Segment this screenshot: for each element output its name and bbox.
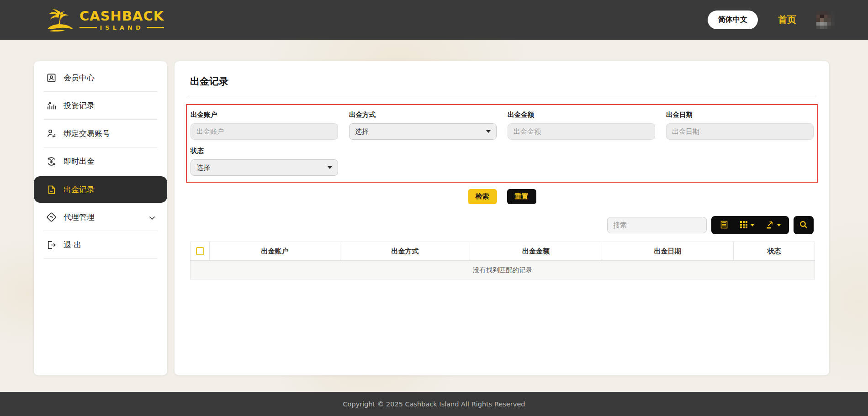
export-button[interactable]	[760, 216, 786, 234]
sidebar-item-investment-records[interactable]: 投资记录	[34, 92, 167, 120]
filter-field-withdraw-method: 出金方式 选择	[349, 111, 497, 140]
column-header[interactable]: 出金账户	[210, 242, 340, 261]
home-link[interactable]: 首页	[778, 14, 796, 26]
logout-icon	[46, 240, 57, 251]
withdraw-record-icon	[46, 184, 57, 195]
main-content: 出金记录 出金账户 出金方式 选择 出金金额 出金日期	[175, 61, 829, 375]
toggle-view-button[interactable]	[714, 216, 734, 234]
filter-field-withdraw-date: 出金日期	[666, 111, 814, 140]
chevron-down-icon	[149, 213, 155, 222]
field-label: 出金日期	[666, 111, 814, 119]
filter-field-withdraw-account: 出金账户	[191, 111, 338, 140]
status-select[interactable]: 选择	[191, 159, 338, 176]
palm-island-icon	[47, 5, 75, 35]
withdraw-account-input[interactable]	[191, 123, 338, 140]
card-view-icon	[720, 220, 729, 231]
caret-down-icon	[486, 130, 491, 133]
sidebar-item-instant-withdrawal[interactable]: 即时出金	[34, 147, 167, 175]
caret-down-icon	[328, 166, 332, 169]
withdraw-date-input[interactable]	[666, 123, 814, 140]
page-title: 出金记录	[175, 61, 829, 88]
member-card-icon	[46, 73, 57, 84]
table-search-button[interactable]	[794, 216, 814, 234]
caret-down-icon	[751, 224, 754, 226]
table-search-input[interactable]	[607, 217, 707, 233]
select-value: 选择	[355, 127, 369, 136]
sidebar-item-label: 绑定交易账号	[64, 128, 110, 139]
sidebar-item-logout[interactable]: 退 出	[34, 231, 167, 259]
export-icon	[765, 220, 774, 231]
sidebar-item-member-center[interactable]: 会员中心	[34, 64, 167, 92]
table-toolbar-group	[711, 216, 789, 234]
sidebar-menu: 会员中心 投资记录 绑定交易账号 即时出金	[34, 61, 167, 375]
field-label: 出金金额	[508, 111, 655, 119]
column-header[interactable]: 出金方式	[340, 242, 470, 261]
table-header-row: 出金账户 出金方式 出金金额 出金日期 状态	[191, 242, 815, 261]
filter-field-status: 状态 选择	[191, 147, 338, 176]
brand-logo[interactable]: CASHBACK ISLAND	[47, 5, 164, 35]
user-avatar[interactable]	[816, 11, 835, 29]
filter-field-withdraw-amount: 出金金额	[508, 111, 655, 140]
agent-manage-icon	[46, 212, 57, 223]
select-all-cell	[191, 242, 210, 261]
withdrawal-records-table: 出金账户 出金方式 出金金额 出金日期 状态 没有找到匹配的记录	[190, 242, 815, 279]
withdraw-method-select[interactable]: 选择	[349, 123, 497, 140]
select-all-checkbox[interactable]	[196, 247, 204, 255]
select-value: 选择	[196, 163, 210, 172]
title-divider	[187, 96, 816, 96]
caret-down-icon	[777, 224, 781, 226]
brand-subname: ISLAND	[79, 25, 164, 31]
empty-message: 没有找到匹配的记录	[191, 261, 815, 279]
withdraw-amount-input[interactable]	[508, 123, 655, 140]
columns-button[interactable]	[734, 216, 760, 234]
sidebar-item-label: 退 出	[64, 240, 81, 250]
table-empty-row: 没有找到匹配的记录	[191, 261, 815, 279]
sidebar-item-withdrawal-records[interactable]: 出金记录	[34, 176, 167, 203]
column-header[interactable]: 出金金额	[470, 242, 602, 261]
field-label: 状态	[191, 147, 338, 155]
language-selector-button[interactable]: 简体中文	[708, 11, 758, 29]
brand-name: CASHBACK	[79, 10, 164, 23]
sidebar-item-label: 会员中心	[64, 73, 95, 83]
copyright-text: Copyright © 2025 Cashback Island All Rig…	[343, 400, 525, 408]
sidebar-item-label: 代理管理	[64, 212, 95, 222]
instant-withdraw-icon	[46, 156, 57, 167]
columns-grid-icon	[740, 221, 748, 230]
column-header[interactable]: 状态	[734, 242, 815, 261]
column-header[interactable]: 出金日期	[602, 242, 734, 261]
sidebar-item-label: 即时出金	[64, 156, 95, 167]
sidebar-item-label: 投资记录	[64, 100, 95, 111]
top-header: CASHBACK ISLAND 简体中文 首页	[0, 0, 868, 40]
sidebar-item-bind-trading-account[interactable]: 绑定交易账号	[34, 120, 167, 147]
search-button[interactable]: 检索	[468, 189, 497, 204]
investment-chart-icon	[46, 100, 57, 111]
bind-account-icon	[46, 128, 57, 139]
field-label: 出金方式	[349, 111, 497, 119]
sidebar-item-label: 出金记录	[64, 184, 95, 195]
reset-button[interactable]: 重置	[507, 189, 536, 204]
page-footer: Copyright © 2025 Cashback Island All Rig…	[0, 392, 868, 416]
field-label: 出金账户	[191, 111, 338, 119]
filter-panel: 出金账户 出金方式 选择 出金金额 出金日期 状态 选	[186, 104, 818, 183]
sidebar-item-agent-management[interactable]: 代理管理	[34, 203, 167, 231]
search-icon	[799, 220, 808, 231]
